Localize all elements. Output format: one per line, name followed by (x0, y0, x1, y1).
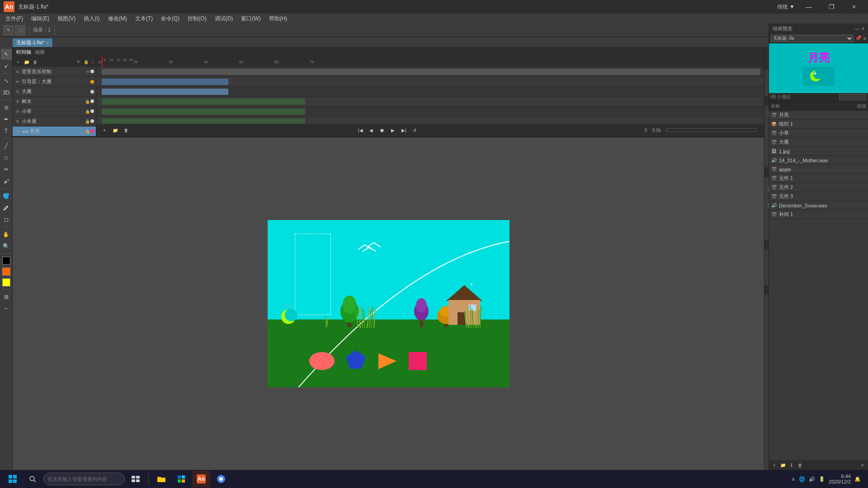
tool-line[interactable]: ╱ (1, 141, 12, 151)
tool-lasso[interactable]: ⊘ (1, 102, 12, 113)
outline-all-icon[interactable]: □ (92, 60, 94, 64)
prev-frame-btn[interactable]: ◀ (367, 126, 376, 135)
menu-edit[interactable]: 编辑(E) (28, 14, 53, 23)
explorer-btn[interactable] (152, 471, 170, 487)
anim-pin-btn[interactable]: 📌 (855, 35, 862, 41)
delete-layer-btn[interactable]: 🗑 (32, 58, 39, 66)
tool-pencil[interactable]: ✏ (1, 164, 12, 175)
chrome-btn[interactable] (212, 471, 230, 487)
task-view-btn[interactable] (127, 471, 145, 487)
fill-color2[interactable] (2, 278, 10, 286)
lib-item-apple[interactable]: 🎬 apple (769, 165, 868, 174)
anim-file-select[interactable]: 无标题-.fla (771, 35, 854, 42)
new-layer-btn[interactable]: + (14, 58, 22, 66)
tool-eraser[interactable]: ◻ (1, 214, 12, 225)
layer-moon[interactable]: ≡ ◀ ▶ 月亮 👁 🔒 (13, 127, 96, 136)
timeline-scrollbar[interactable] (666, 128, 757, 132)
layer-tree[interactable]: ≡ 树木 🔒 (13, 97, 96, 107)
menu-control[interactable]: 控制(O) (184, 14, 210, 23)
start-button[interactable] (4, 471, 22, 487)
lib-item-geese[interactable]: 🎬 大雁 (769, 138, 868, 147)
notification-btn[interactable]: 🔔 (854, 476, 861, 482)
shape-play-btn[interactable] (376, 351, 399, 371)
lib-item-elem3[interactable]: 🎬 元件 3 (769, 192, 868, 201)
next-frame-btn[interactable]: ▶| (399, 126, 408, 135)
menu-debug[interactable]: 调试(D) (211, 14, 237, 23)
workspace-label[interactable]: 传统 ▼ (777, 3, 795, 11)
library-search-input[interactable] (839, 94, 866, 100)
lib-item-wav1[interactable]: 🔊 14_314_-_Mother.wav (769, 156, 868, 165)
loop-btn[interactable]: ↺ (410, 126, 419, 135)
play-btn[interactable]: ▶ (388, 126, 397, 135)
motion-tab[interactable]: 动画 (35, 49, 45, 56)
maximize-button[interactable]: ❐ (821, 0, 842, 14)
minimize-button[interactable]: — (798, 0, 819, 14)
shape-pentagon[interactable] (344, 349, 367, 371)
tool-rect[interactable]: □ (1, 152, 12, 163)
animate-btn[interactable]: An (192, 471, 210, 487)
file-tab[interactable]: 无标题-1.fla* × (13, 38, 52, 47)
tool-eyedropper[interactable]: 💉 (1, 202, 12, 213)
tool-free-transform[interactable]: ⤡ (1, 75, 12, 86)
lib-item-jpg[interactable]: 🖼 1.jpg (769, 147, 868, 156)
layer-lock[interactable]: 🔒 (85, 109, 90, 114)
taskbar-search-input[interactable] (43, 473, 125, 485)
tool-brush[interactable]: 🖌 (1, 176, 12, 187)
stroke-color[interactable] (2, 257, 10, 265)
layer-lock-active[interactable]: 🔒 (85, 129, 90, 134)
windows-store-btn[interactable] (172, 471, 190, 487)
lib-props-btn[interactable]: ℹ (788, 461, 795, 469)
lib-new-btn[interactable]: + (771, 461, 778, 469)
tool-text[interactable]: T (1, 126, 12, 136)
layer-eye-active[interactable]: 👁 (80, 129, 85, 134)
lib-item-grass[interactable]: 🎬 小草 (769, 129, 868, 138)
anim-options-btn[interactable]: ≡ (863, 36, 866, 41)
layer-guide-geese[interactable]: ↩ 引导层：大雁 (13, 77, 96, 87)
fill-color[interactable] (2, 267, 10, 276)
menu-help[interactable]: 帮助(H) (265, 14, 291, 23)
tool-snap[interactable]: ⊞ (1, 291, 12, 302)
menu-insert[interactable]: 插入(I) (80, 14, 103, 23)
anim-preview-close[interactable]: × (862, 26, 864, 31)
lib-options-btn[interactable]: ≡ (859, 461, 866, 469)
lib-item-group1[interactable]: 📦 组织 1 (769, 120, 868, 129)
menu-file[interactable]: 文件(F) (2, 14, 27, 23)
lib-item-wav2[interactable]: 🔊 December_Snow.wav (769, 201, 868, 210)
tray-arrow[interactable]: ∧ (792, 476, 795, 482)
lib-delete-btn[interactable]: 🗑 (797, 461, 804, 469)
lib-item-tween[interactable]: 🎬 补间 1 (769, 210, 868, 219)
stop-btn[interactable]: ⏹ (377, 126, 387, 135)
menu-window[interactable]: 窗口(W) (237, 14, 264, 23)
layer-lock[interactable]: 🔒 (85, 119, 90, 124)
new-folder-btn[interactable]: 📁 (111, 126, 120, 135)
tool-subselect[interactable]: ↙ (1, 61, 12, 71)
tab-close-btn[interactable]: × (46, 40, 49, 46)
menu-modify[interactable]: 修改(M) (104, 14, 131, 23)
layer-eye[interactable]: 👁 (86, 70, 90, 74)
lib-item-elem1[interactable]: 🎬 元件 1 (769, 174, 868, 183)
menu-text[interactable]: 文本(T) (132, 14, 156, 23)
moon-object[interactable] (281, 308, 298, 325)
tool-hand[interactable]: ✋ (1, 229, 12, 240)
close-button[interactable]: × (844, 0, 864, 14)
control-point[interactable] (286, 304, 289, 307)
layer-lock[interactable]: 🔒 (85, 99, 90, 104)
search-button[interactable] (24, 471, 42, 487)
lib-folder-btn[interactable]: 📁 (779, 461, 787, 469)
layer-cottage[interactable]: ≡ 小木屋 🔒 (13, 117, 96, 127)
tool-select[interactable]: ↖ (1, 49, 12, 60)
tool-smooth[interactable]: ~ (1, 303, 12, 314)
tool-pen[interactable]: ✒ (1, 114, 12, 125)
layer-bg-music[interactable]: ≡ 背景音乐控制 👁 (13, 67, 96, 77)
delete-frame-btn[interactable]: 🗑 (122, 126, 131, 135)
lib-item-moon[interactable]: 🎬 月亮 (769, 111, 868, 120)
hide-all-icon[interactable]: 👁 (76, 60, 80, 64)
first-frame-btn[interactable]: |◀ (356, 126, 365, 135)
timeline-tab[interactable]: 时间轴 (16, 49, 31, 56)
select-tool[interactable]: ↖ (4, 25, 14, 35)
new-folder-btn[interactable]: 📁 (23, 58, 30, 66)
new-layer-btn[interactable]: + (100, 126, 109, 135)
layer-grass[interactable]: ≡ 小草 🔒 (13, 107, 96, 117)
menu-view[interactable]: 视图(V) (54, 14, 79, 23)
shape-square[interactable] (408, 351, 428, 371)
